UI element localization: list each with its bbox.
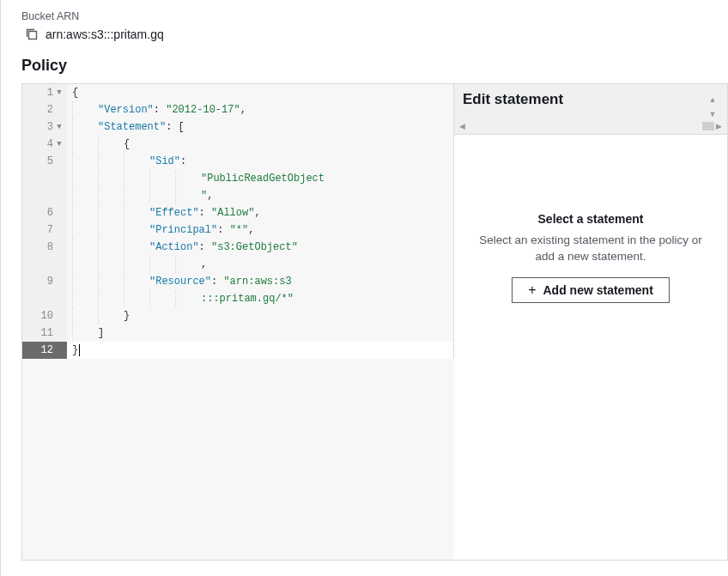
line-content[interactable]: }: [67, 342, 454, 359]
code-line[interactable]: :::pritam.gq/*": [22, 290, 454, 307]
code-line[interactable]: 4▼{: [22, 136, 454, 153]
plus-icon: +: [528, 283, 536, 297]
line-gutter[interactable]: 9: [22, 273, 67, 290]
code-line[interactable]: 6"Effect": "Allow",: [22, 204, 454, 221]
statement-panel-header: Edit statement ▲ ▼ ◀ ▶: [454, 84, 727, 135]
copy-icon[interactable]: [25, 27, 39, 41]
line-content[interactable]: "PublicReadGetObject: [67, 170, 454, 187]
scroll-up-icon[interactable]: ▲: [707, 95, 719, 104]
code-line[interactable]: 8"Action": "s3:GetObject": [22, 239, 454, 256]
line-gutter[interactable]: [22, 290, 67, 307]
code-line[interactable]: 1▼{: [22, 84, 454, 101]
line-gutter[interactable]: [22, 256, 67, 273]
line-gutter[interactable]: 6: [22, 204, 67, 221]
line-content[interactable]: :::pritam.gq/*": [67, 290, 454, 307]
statement-panel-title: Edit statement: [463, 91, 707, 108]
scroll-left-icon[interactable]: ◀: [459, 122, 465, 130]
policy-editor: 1▼{2"Version": "2012-10-17",3▼"Statement…: [21, 83, 728, 561]
bucket-arn-label: Bucket ARN: [21, 10, 728, 22]
line-gutter[interactable]: 1▼: [22, 84, 67, 101]
line-gutter[interactable]: [22, 187, 67, 204]
select-statement-desc: Select an existing statement in the poli…: [454, 233, 727, 265]
bucket-arn-value: arn:aws:s3:::pritam.gq: [46, 27, 164, 41]
scroll-down-icon[interactable]: ▼: [707, 110, 719, 118]
line-gutter[interactable]: 10: [22, 307, 67, 324]
code-line[interactable]: 7"Principal": "*",: [22, 221, 454, 239]
line-content[interactable]: ",: [67, 187, 454, 204]
line-gutter[interactable]: 5: [22, 153, 67, 170]
svg-rect-0: [29, 32, 37, 39]
code-line[interactable]: ",: [22, 187, 454, 204]
line-gutter[interactable]: 3▼: [22, 118, 67, 136]
line-gutter[interactable]: 11: [22, 324, 67, 342]
code-line[interactable]: 5"Sid":: [22, 153, 454, 170]
line-content[interactable]: ]: [67, 324, 454, 342]
line-content[interactable]: "Resource": "arn:aws:s3: [67, 273, 454, 290]
code-line[interactable]: 3▼"Statement": [: [22, 118, 454, 136]
line-gutter[interactable]: 7: [22, 221, 67, 239]
add-statement-button[interactable]: + Add new statement: [512, 277, 670, 303]
code-line[interactable]: 12}: [22, 342, 454, 359]
code-line[interactable]: 10}: [22, 307, 454, 324]
line-gutter[interactable]: 4▼: [22, 136, 67, 153]
line-content[interactable]: "Effect": "Allow",: [67, 204, 454, 221]
line-content[interactable]: "Action": "s3:GetObject": [67, 239, 454, 256]
line-content[interactable]: {: [67, 136, 454, 153]
policy-title: Policy: [21, 57, 728, 75]
line-content[interactable]: "Sid":: [67, 153, 454, 170]
bucket-arn-row: arn:aws:s3:::pritam.gq: [21, 27, 728, 41]
code-line[interactable]: "PublicReadGetObject: [22, 170, 454, 187]
select-statement-title: Select a statement: [538, 212, 644, 226]
add-statement-label: Add new statement: [543, 283, 652, 297]
code-line[interactable]: 11]: [22, 324, 454, 342]
line-content[interactable]: "Principal": "*",: [67, 221, 454, 239]
line-gutter[interactable]: 8: [22, 239, 67, 256]
line-gutter[interactable]: 2: [22, 101, 67, 118]
code-panel[interactable]: 1▼{2"Version": "2012-10-17",3▼"Statement…: [22, 84, 454, 560]
line-content[interactable]: {: [67, 84, 454, 101]
code-line[interactable]: ,: [22, 256, 454, 273]
line-content[interactable]: "Statement": [: [67, 118, 454, 136]
line-content[interactable]: }: [67, 307, 454, 324]
line-gutter[interactable]: [22, 170, 67, 187]
horizontal-scrollbar[interactable]: [465, 122, 716, 130]
line-gutter[interactable]: 12: [22, 342, 67, 359]
statement-panel: Edit statement ▲ ▼ ◀ ▶ Select a statemen…: [454, 84, 727, 560]
code-line[interactable]: 9"Resource": "arn:aws:s3: [22, 273, 454, 290]
scroll-right-icon[interactable]: ▶: [716, 122, 722, 130]
line-content[interactable]: "Version": "2012-10-17",: [67, 101, 454, 118]
line-content[interactable]: ,: [67, 256, 454, 273]
code-line[interactable]: 2"Version": "2012-10-17",: [22, 101, 454, 118]
